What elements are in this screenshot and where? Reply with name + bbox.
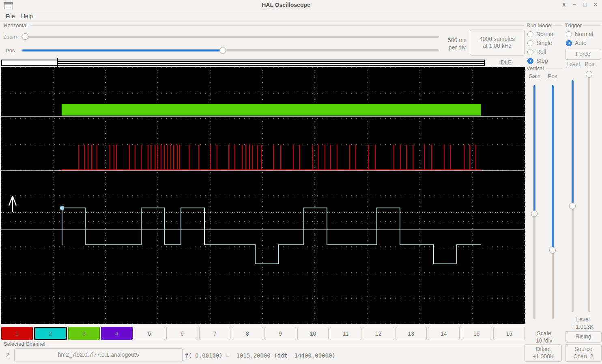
menu-bar: File Help bbox=[0, 11, 602, 21]
trigger-source-button[interactable]: Source Chan 2 bbox=[565, 344, 602, 362]
channel-button-1[interactable]: 1 bbox=[1, 327, 33, 340]
channel-button-4[interactable]: 4 bbox=[101, 327, 133, 340]
gain-slider-label: Gain bbox=[529, 73, 541, 79]
run-mode-option-single[interactable]: Single bbox=[527, 39, 555, 47]
run-mode-option-normal[interactable]: Normal bbox=[527, 30, 555, 39]
scale-label: Scale 10 /div bbox=[526, 330, 562, 344]
window-title: HAL Oscilloscope bbox=[0, 2, 572, 8]
time-per-div-label: 500 ms per div bbox=[445, 37, 470, 51]
channel-button-9[interactable]: 9 bbox=[264, 327, 296, 340]
run-mode-frame-label: Run Mode bbox=[526, 22, 552, 28]
maximize-icon[interactable]: □ bbox=[582, 1, 588, 8]
selected-channel-name: hm2_7i92.0.7i77.0.1.analogout5 bbox=[58, 351, 139, 358]
channel-button-14[interactable]: 14 bbox=[428, 327, 460, 340]
channel-button-6[interactable]: 6 bbox=[166, 327, 198, 340]
channel-button-16[interactable]: 16 bbox=[493, 327, 525, 340]
channel-value-readout: f( 0.00100) = 1015.20000 (ddt 14400.0000… bbox=[185, 352, 335, 359]
trigger-pos-slider[interactable] bbox=[588, 77, 590, 312]
trigger-source-title: Source bbox=[574, 346, 592, 353]
zoom-slider[interactable] bbox=[21, 36, 439, 38]
trigger-mode-option-normal[interactable]: Normal bbox=[566, 30, 593, 39]
trigger-pos-slider-handle[interactable] bbox=[586, 71, 592, 77]
trigger-level-slider-handle[interactable] bbox=[569, 203, 576, 209]
trace-analogout5 bbox=[62, 208, 481, 264]
scale-value: 10 /div bbox=[526, 337, 562, 345]
trigger-frame-label: Trigger bbox=[564, 22, 583, 28]
trigger-edge-button[interactable]: Rising bbox=[565, 331, 602, 343]
trigger-pos-slider-label: Pos bbox=[585, 61, 594, 67]
vertical-pos-slider-handle[interactable] bbox=[549, 247, 556, 253]
offset-button[interactable]: Offset +1.000K bbox=[525, 344, 562, 362]
channel-button-7[interactable]: 7 bbox=[199, 327, 231, 340]
horizontal-frame-label: Horizontal bbox=[3, 22, 28, 28]
gain-slider-handle[interactable] bbox=[531, 210, 538, 217]
zoom-slider-handle[interactable] bbox=[22, 33, 28, 40]
channel-button-5[interactable]: 5 bbox=[134, 327, 166, 340]
menu-file[interactable]: File bbox=[4, 12, 17, 20]
scope-display[interactable] bbox=[1, 67, 525, 324]
offset-value: +1.000K bbox=[533, 353, 554, 360]
vertical-pos-slider-fill bbox=[552, 85, 554, 250]
menu-help[interactable]: Help bbox=[19, 12, 34, 20]
pos-slider-handle[interactable] bbox=[219, 47, 226, 54]
selected-channel-name-button[interactable]: hm2_7i92.0.7i77.0.1.analogout5 bbox=[14, 348, 183, 362]
channel-button-11[interactable]: 11 bbox=[330, 327, 361, 340]
shade-icon[interactable]: ∧ bbox=[561, 1, 567, 8]
trace-encoder-input-b bbox=[62, 104, 481, 116]
time-per-div-value: 500 ms bbox=[445, 37, 470, 44]
channel-button-8[interactable]: 8 bbox=[232, 327, 263, 340]
record-bar-line bbox=[58, 61, 484, 62]
channel-button-2[interactable]: 2 bbox=[34, 327, 67, 340]
pos-slider-label: Pos bbox=[6, 47, 15, 54]
scale-title: Scale bbox=[526, 330, 562, 337]
offset-title: Offset bbox=[535, 346, 550, 353]
vertical-frame-border bbox=[546, 68, 562, 69]
trigger-level-slider-label: Level bbox=[566, 61, 580, 67]
trigger-mode-option-auto[interactable]: Auto bbox=[566, 39, 593, 47]
window-controls: ∧ – □ × bbox=[561, 1, 599, 8]
run-mode-option-label: Roll bbox=[536, 49, 546, 55]
trigger-level-slider-fill bbox=[572, 80, 574, 206]
force-button[interactable]: Force bbox=[565, 49, 601, 60]
radio-icon bbox=[527, 49, 533, 55]
samples-button[interactable]: 4000 samples at 1.00 kHz bbox=[470, 30, 525, 56]
minimize-icon[interactable]: – bbox=[571, 1, 578, 8]
radio-icon bbox=[566, 31, 572, 37]
channel-button-15[interactable]: 15 bbox=[461, 327, 492, 340]
vertical-pos-slider-label: Pos bbox=[548, 73, 557, 79]
pos-slider-fill bbox=[22, 49, 223, 51]
channel-button-3[interactable]: 3 bbox=[68, 327, 100, 340]
channel-button-13[interactable]: 13 bbox=[396, 327, 427, 340]
samples-count: 4000 samples bbox=[479, 36, 515, 43]
trigger-mode-options: NormalAuto bbox=[566, 30, 593, 47]
run-mode-frame-border bbox=[553, 25, 562, 26]
trigger-source-value: Chan 2 bbox=[573, 353, 593, 360]
channel-button-row: 12345678910111213141516 bbox=[1, 327, 525, 340]
trigger-level-readout: Level +1.013K bbox=[564, 316, 602, 330]
selected-channel-frame-border bbox=[48, 344, 524, 344]
radio-icon bbox=[527, 58, 533, 64]
scope-canvas bbox=[1, 67, 525, 324]
hal-oscilloscope-window: HAL Oscilloscope ∧ – □ × File Help Horiz… bbox=[0, 0, 602, 364]
trigger-frame-border bbox=[583, 25, 601, 26]
vertical-frame-label: Vertical bbox=[526, 65, 545, 71]
zoom-slider-label: Zoom bbox=[3, 34, 17, 40]
radio-icon bbox=[527, 31, 533, 37]
trigger-mode-option-label: Normal bbox=[575, 31, 593, 37]
force-button-label: Force bbox=[576, 51, 591, 58]
run-mode-option-stop[interactable]: Stop bbox=[527, 56, 555, 65]
record-bar-marker bbox=[57, 58, 58, 67]
trigger-edge-label: Rising bbox=[576, 333, 591, 340]
trigger-level-title: Level bbox=[564, 316, 602, 323]
run-mode-option-label: Stop bbox=[536, 58, 548, 64]
channel-button-12[interactable]: 12 bbox=[363, 327, 394, 340]
run-mode-option-roll[interactable]: Roll bbox=[527, 47, 555, 56]
trigger-point-marker bbox=[60, 206, 64, 210]
radio-icon bbox=[566, 40, 572, 46]
selected-channel-frame-label: Selected Channel bbox=[3, 341, 46, 347]
trigger-arrow-icon bbox=[9, 196, 16, 212]
channel-button-10[interactable]: 10 bbox=[297, 327, 329, 340]
gain-slider-fill bbox=[533, 85, 535, 214]
selected-channel-number: 2 bbox=[6, 352, 9, 358]
close-icon[interactable]: × bbox=[592, 1, 599, 8]
